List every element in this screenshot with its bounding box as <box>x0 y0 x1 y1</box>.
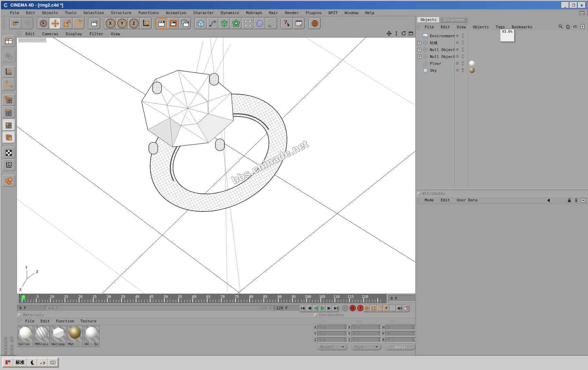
toolbar-handle[interactable] <box>2 18 6 29</box>
timeline-ruler[interactable]: 0510152025303540455055606570758085909510… <box>19 294 387 303</box>
coordinate-field[interactable]: 0 m <box>351 331 382 336</box>
material-tag-icon[interactable] <box>469 61 475 66</box>
om-menu-file[interactable]: File <box>421 24 437 30</box>
object-axis-button[interactable] <box>2 79 15 90</box>
visibility-dot[interactable] <box>456 41 459 44</box>
material-item[interactable]: Mat <box>67 326 83 347</box>
coord-system-button[interactable] <box>140 18 151 29</box>
coordinate-field[interactable]: 0 m <box>351 337 382 342</box>
y-axis-lock-button[interactable]: Y <box>116 18 128 29</box>
coord-clapper-button[interactable] <box>89 18 100 29</box>
play-forward-button[interactable] <box>319 305 326 311</box>
materials-menu-function[interactable]: Function <box>53 319 77 324</box>
attr-menu-edit[interactable]: Edit <box>437 197 454 203</box>
preview-range-slider[interactable]: 0 F 120 F <box>44 305 279 311</box>
autokey-button[interactable]: ? <box>357 305 364 311</box>
material-item[interactable]: helles <box>18 326 33 347</box>
primitive-cube-button[interactable] <box>195 18 206 29</box>
search-button[interactable] <box>558 24 563 30</box>
editor-render-dots[interactable] <box>462 34 464 38</box>
record-pla-button[interactable] <box>390 305 396 311</box>
visibility-dot[interactable] <box>456 48 459 51</box>
goto-start-button[interactable] <box>300 305 306 311</box>
material-item[interactable]: 04 - De <box>84 326 99 347</box>
rotate-view-button[interactable] <box>401 31 406 37</box>
om-menu-objects[interactable]: Objects <box>470 24 492 30</box>
spinner-arrows-icon[interactable] <box>344 331 347 336</box>
layout-switch-icon[interactable] <box>579 10 585 16</box>
snap-cubes-button[interactable] <box>2 175 15 187</box>
z-axis-lock-button[interactable]: Z <box>128 18 139 29</box>
visibility-dot[interactable] <box>456 34 459 38</box>
browser-button[interactable] <box>309 18 320 29</box>
record-position-button[interactable] <box>364 305 370 311</box>
punctuation-icon[interactable] <box>37 358 48 367</box>
spinner-arrows-icon[interactable] <box>412 325 415 330</box>
coordinate-field[interactable]: 0 m <box>317 325 347 330</box>
menu-character[interactable]: Character <box>190 10 218 16</box>
object-row[interactable]: Floor <box>416 60 588 67</box>
coordinate-field[interactable]: 0 m <box>317 337 347 342</box>
link-button[interactable] <box>574 198 579 203</box>
next-frame-button[interactable] <box>326 305 332 311</box>
array-button[interactable] <box>230 18 242 29</box>
attributes-header[interactable]: Attributes <box>416 191 588 197</box>
materials-menu-file[interactable]: File <box>22 319 38 324</box>
menu-window[interactable]: Window <box>341 10 362 16</box>
rotate-button[interactable] <box>73 18 84 29</box>
editor-render-dots[interactable] <box>462 68 464 72</box>
spinner-arrows-icon[interactable] <box>378 337 380 342</box>
object-manager-list[interactable]: Environment+钻戒+Null Object+Null ObjectFl… <box>416 30 588 189</box>
om-menu-view[interactable]: View <box>453 24 470 30</box>
eye-button[interactable] <box>573 24 578 30</box>
material-item[interactable]: Wallpap <box>51 326 66 347</box>
record-scale-button[interactable] <box>370 305 376 311</box>
object-row[interactable]: Sky <box>416 67 588 74</box>
render-picture-viewer-button[interactable] <box>167 18 179 29</box>
titlebar[interactable]: CINEMA 4D - [ring2.c4d *] _❐× <box>1 1 587 9</box>
apply-button[interactable]: Apply <box>385 344 415 350</box>
add-panel-button[interactable] <box>581 198 586 203</box>
menu-hair[interactable]: Hair <box>266 10 282 16</box>
editor-render-dots[interactable] <box>462 41 464 45</box>
menu-structure[interactable]: Structure <box>107 10 135 16</box>
point-mode-button[interactable] <box>2 94 15 106</box>
material-item[interactable]: MVGlass <box>34 326 50 347</box>
play-backward-button[interactable] <box>313 305 319 311</box>
viewport-menu-display[interactable]: Display <box>62 31 86 37</box>
redo-button[interactable] <box>22 18 33 29</box>
environment-button[interactable] <box>254 18 265 29</box>
editor-render-dots[interactable] <box>462 48 464 52</box>
prev-frame-button[interactable] <box>306 305 312 311</box>
close-button[interactable]: × <box>578 2 586 8</box>
visibility-dot[interactable] <box>456 69 459 72</box>
texture-axis-button[interactable] <box>2 159 15 171</box>
viewport-canvas[interactable]: Y Z X Perspective bbs.chinade.net <box>17 37 415 293</box>
menu-edit[interactable]: Edit <box>23 10 39 16</box>
materials-menu-texture[interactable]: Texture <box>77 319 99 324</box>
spinner-arrows-icon[interactable] <box>412 331 415 336</box>
viewport-menu-edit[interactable]: Edit <box>22 31 39 37</box>
object-row[interactable]: +Null Object <box>416 53 588 60</box>
lock-button[interactable] <box>567 198 572 203</box>
x-axis-lock-button[interactable]: X <box>105 18 116 29</box>
particles-button[interactable] <box>266 18 277 29</box>
menu-mograph[interactable]: MoGraph <box>243 10 266 16</box>
attr-menu-mode[interactable]: Mode <box>421 197 437 203</box>
add-tab-button[interactable] <box>580 24 585 30</box>
live-selection-button[interactable] <box>38 18 49 29</box>
coordinate-field[interactable]: 0 ° <box>385 337 415 342</box>
spinner-arrows-icon[interactable] <box>412 337 415 342</box>
moon-icon[interactable] <box>27 358 37 367</box>
collapse-box-icon[interactable] <box>314 313 317 317</box>
world-grid-button[interactable] <box>2 51 15 62</box>
visibility-dot[interactable] <box>456 55 459 58</box>
edge-mode-button[interactable] <box>2 107 15 118</box>
om-menu-handle[interactable] <box>417 25 420 29</box>
spinner-arrows-icon[interactable] <box>344 337 347 342</box>
sound-button[interactable] <box>396 305 403 311</box>
spinner-arrows-icon[interactable] <box>344 325 347 330</box>
materials-menu-handle[interactable] <box>18 319 21 323</box>
tab-structure[interactable]: Structure <box>440 17 467 23</box>
menu-functions[interactable]: Functions <box>135 10 163 16</box>
